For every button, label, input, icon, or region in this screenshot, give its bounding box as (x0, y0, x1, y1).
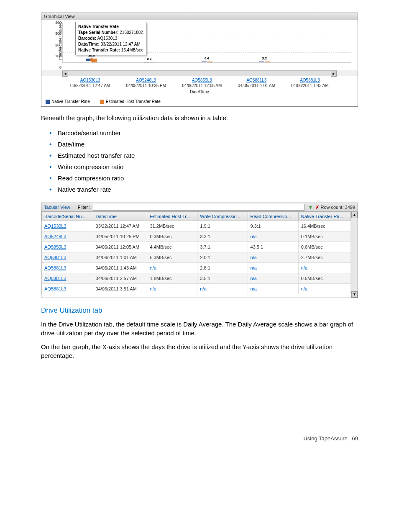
filter-clear-icon[interactable]: ✗ (314, 204, 320, 210)
chart-legend: Native Transfer Rate Estimated Host Tran… (41, 97, 358, 106)
table-cell: n/a (248, 263, 298, 273)
tooltip-serial: 2150271882 (120, 30, 143, 35)
paragraph: Beneath the graph, the following utiliza… (41, 113, 358, 122)
barcode-link[interactable]: AQ5248L3 (44, 234, 66, 239)
tooltip-title: Native Transfer Rate (78, 24, 119, 29)
legend-native-label: Native Transfer Rate (51, 99, 90, 104)
y-tick: 400 (55, 21, 61, 25)
chart-area: Transfer Rate (MB/sec) 400 300 200 100 0… (41, 20, 358, 70)
table-cell: 2.8:1 (197, 263, 248, 273)
data-table: Barcode/Serial Nu... Date/Time Estimated… (41, 212, 351, 294)
col-read-comp[interactable]: Read Compressio... (248, 212, 298, 221)
table-row: AQ5859L304/06/2011 12:05 AM4.4MB/sec3.7:… (42, 242, 351, 252)
x-category-link[interactable]: AQ5859L3 (192, 78, 212, 82)
x-category-link[interactable]: AQ1530L3 (80, 78, 100, 82)
table-row: AQ5881L304/06/2011 1:01 AM5.3MB/sec2.0:1… (42, 252, 351, 263)
tooltip-rate: 16.4MB/sec (121, 48, 143, 52)
tooltip-datetime-label: Date/Time: (78, 42, 100, 46)
table-cell: AQ5881L3 (42, 273, 93, 284)
barcode-link[interactable]: AQ5881L3 (44, 255, 66, 260)
table-header-row: Barcode/Serial Nu... Date/Time Estimated… (42, 212, 351, 221)
y-tick: 0 (59, 65, 61, 69)
bar-native: 0.1 (144, 62, 149, 62)
bar-estimated: 5.3 (265, 62, 270, 62)
bullet-item: Estimated host transfer rate (49, 150, 358, 161)
table-cell: 31.2MB/sec (147, 221, 197, 231)
table-cell: 04/06/2011 1:01 AM (93, 252, 147, 263)
x-datetime: 03/22/2011 12:47 AM (70, 83, 110, 88)
barcode-link[interactable]: AQ1530L3 (44, 224, 66, 229)
table-cell: 04/05/2011 10:25 PM (93, 231, 147, 242)
table-row: AQ5881L304/06/2011 1:43 AMn/a2.8:1n/an/a (42, 263, 351, 273)
table-cell: 9.3:1 (248, 221, 298, 231)
table-row: AQ5881L304/06/2011 2:57 AM1.8MB/sec3.5:1… (42, 273, 351, 284)
scroll-right-button[interactable]: ► (331, 71, 337, 77)
table-cell: AQ5881L3 (42, 263, 93, 273)
bar-group: 2.7 5.3 (259, 62, 270, 62)
tooltip-rate-label: Native Transfer Rate: (78, 48, 120, 52)
table-cell: 3.7:1 (197, 242, 248, 252)
x-category-link[interactable]: AQ5881L3 (246, 78, 266, 82)
barcode-link[interactable]: AQ5859L3 (44, 244, 66, 249)
table-cell: AQ1530L3 (42, 221, 93, 231)
tooltip-barcode: AQ1530L3 (97, 36, 118, 41)
x-datetime: 04/06/2011 1:01 AM (238, 83, 276, 88)
x-datetime: 04/05/2011 10:25 PM (126, 83, 166, 88)
marker-icon (90, 58, 93, 62)
section-heading: Drive Utilization tab (41, 306, 358, 315)
table-cell: 2.0:1 (197, 252, 248, 263)
table-cell: 43.5:1 (248, 242, 298, 252)
footer-text: Using TapeAssure (303, 435, 347, 442)
x-axis-labels: AQ1530L303/22/2011 12:47 AM AQ5248L304/0… (41, 76, 358, 89)
col-write-comp[interactable]: Write Compressio... (197, 212, 248, 221)
bullet-list: Barcode/serial number Date/time Estimate… (41, 127, 358, 195)
tooltip-serial-label: Tape Serial Number: (78, 30, 119, 35)
table-cell: n/a (248, 252, 298, 263)
col-estimated[interactable]: Estimated Host Tr... (147, 212, 197, 221)
x-category-link[interactable]: AQ5881L3 (300, 78, 320, 82)
table-vscrollbar[interactable]: ▲ ▼ (351, 212, 358, 298)
barcode-link[interactable]: AQ5881L3 (44, 276, 66, 281)
col-native[interactable]: Native Transfer Ra... (298, 212, 350, 221)
barcode-link[interactable]: AQ5881L3 (44, 265, 66, 270)
table-row: AQ5881L304/06/2011 3:51 AMn/an/an/an/a (42, 284, 351, 294)
paragraph: In the Drive Utilization tab, the defaul… (41, 320, 358, 337)
table-cell: AQ5859L3 (42, 242, 93, 252)
table-cell: n/a (298, 263, 350, 273)
table-cell: 04/06/2011 12:05 AM (93, 242, 147, 252)
table-row: AQ5248L304/05/2011 10:25 PM0.3MB/sec3.3:… (42, 231, 351, 242)
scroll-down-button[interactable]: ▼ (351, 291, 358, 298)
scroll-up-button[interactable]: ▲ (351, 212, 358, 218)
bullet-item: Native transfer rate (49, 184, 358, 195)
bullet-item: Date/time (49, 139, 358, 150)
col-barcode[interactable]: Barcode/Serial Nu... (42, 212, 93, 221)
table-cell: n/a (197, 284, 248, 294)
x-datetime: 04/06/2011 12:05 AM (182, 83, 222, 88)
bar-label: 5.3 (262, 57, 267, 60)
bar-estimated: 0.3 (150, 62, 155, 62)
chart-scrollbar[interactable]: ◄ ► (62, 70, 337, 76)
tooltip-datetime: 03/22/2011 12:47 AM (101, 42, 141, 46)
barcode-link[interactable]: AQ5881L3 (44, 286, 66, 291)
table-cell: 4.4MB/sec (147, 242, 197, 252)
tabular-view-title: Tabular View (44, 205, 70, 210)
filter-input[interactable] (93, 204, 304, 211)
table-row: AQ1530L303/22/2011 12:47 AM31.2MB/sec1.9… (42, 221, 351, 231)
tooltip-barcode-label: Barcode: (78, 36, 96, 41)
table-cell: 3.5:1 (197, 273, 248, 284)
col-datetime[interactable]: Date/Time (93, 212, 147, 221)
bar-native: 2.7 (259, 62, 264, 62)
table-cell: 2.7MB/sec (298, 252, 350, 263)
page-footer: Using TapeAssure 69 (41, 435, 358, 442)
x-datetime: 04/06/2011 1:43 AM (291, 83, 329, 88)
page-number: 69 (352, 435, 358, 442)
table-cell: n/a (248, 273, 298, 284)
row-count-label: Row count: 3499 (320, 205, 355, 210)
chart-tooltip: Native Transfer Rate Tape Serial Number:… (75, 22, 146, 55)
plot-area: Native Transfer Rate Tape Serial Number:… (62, 23, 351, 63)
x-axis-title: Date/Time (41, 89, 358, 97)
x-category-link[interactable]: AQ5248L3 (136, 78, 156, 82)
filter-apply-icon[interactable]: ▼ (307, 204, 313, 210)
y-tick: 100 (55, 54, 61, 58)
scroll-left-button[interactable]: ◄ (62, 71, 68, 77)
